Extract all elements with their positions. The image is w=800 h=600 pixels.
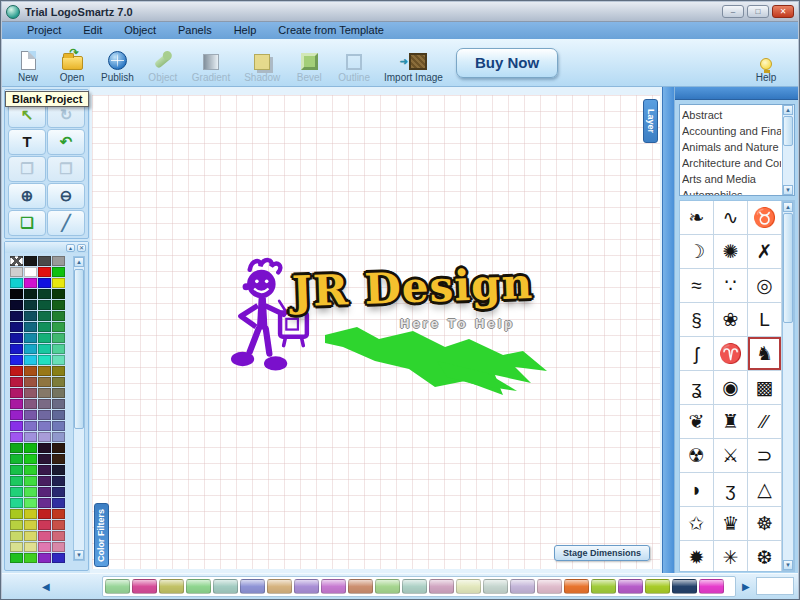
color-swatch[interactable]: [10, 333, 23, 343]
color-swatch[interactable]: [52, 322, 65, 332]
color-swatch[interactable]: [24, 432, 37, 442]
color-swatch[interactable]: [38, 542, 51, 552]
scroll-thumb[interactable]: [783, 213, 793, 323]
line-tool[interactable]: ╱: [47, 210, 85, 236]
buy-now-button[interactable]: Buy Now: [456, 48, 558, 78]
open-button[interactable]: Open: [50, 41, 94, 85]
color-swatch[interactable]: [24, 410, 37, 420]
symbol-spiral-swirl[interactable]: ʒ: [714, 473, 748, 507]
maximize-button[interactable]: □: [747, 5, 769, 18]
symbol-flower-blossom[interactable]: ❀: [714, 303, 748, 337]
close-panel-icon[interactable]: ✕: [77, 244, 86, 252]
style-swatch[interactable]: [591, 579, 616, 594]
scroll-up-icon[interactable]: ▲: [74, 257, 84, 267]
category-item[interactable]: Animals and Nature: [682, 139, 781, 155]
symbol-swirl-bird[interactable]: ☽: [680, 235, 714, 269]
color-swatch[interactable]: [52, 509, 65, 519]
style-swatch[interactable]: [510, 579, 535, 594]
color-swatch[interactable]: [52, 377, 65, 387]
color-swatch[interactable]: [52, 443, 65, 453]
symbol-crossed-figures[interactable]: ⚔: [714, 439, 748, 473]
color-swatch[interactable]: [24, 355, 37, 365]
color-swatch[interactable]: [38, 300, 51, 310]
color-swatch[interactable]: [52, 421, 65, 431]
category-item[interactable]: Accounting and Finan: [682, 123, 781, 139]
symbol-dragon[interactable]: ʓ: [680, 371, 714, 405]
color-swatch[interactable]: [38, 399, 51, 409]
color-swatch[interactable]: [38, 531, 51, 541]
color-swatch[interactable]: [38, 432, 51, 442]
color-swatch[interactable]: [10, 278, 23, 288]
symbol-pyramid-outline[interactable]: △: [748, 473, 782, 507]
color-swatch[interactable]: [24, 366, 37, 376]
color-swatch[interactable]: [52, 476, 65, 486]
menu-panels[interactable]: Panels: [167, 22, 223, 39]
color-swatch[interactable]: [52, 333, 65, 343]
color-swatch[interactable]: [10, 454, 23, 464]
symbol-wave-hands[interactable]: ≈: [680, 269, 714, 303]
new-button[interactable]: New: [6, 41, 50, 85]
color-swatch[interactable]: [10, 509, 23, 519]
color-swatch[interactable]: [38, 366, 51, 376]
symbol-star-badge[interactable]: ✩: [680, 507, 714, 541]
color-swatch[interactable]: [38, 465, 51, 475]
color-swatch[interactable]: [38, 410, 51, 420]
color-swatch[interactable]: [38, 355, 51, 365]
symbol-diagonal-stripes[interactable]: ∕∕: [748, 405, 782, 439]
paste-tool[interactable]: ❒: [47, 156, 85, 182]
duplicate-tool[interactable]: ❏: [8, 210, 46, 236]
color-swatch[interactable]: [10, 553, 23, 563]
color-swatch[interactable]: [24, 267, 37, 277]
scroll-down-icon[interactable]: ▼: [783, 185, 793, 195]
color-swatch[interactable]: [10, 289, 23, 299]
style-swatch[interactable]: [159, 579, 184, 594]
symbol-leaf-branch[interactable]: ❦: [680, 405, 714, 439]
color-swatch[interactable]: [38, 476, 51, 486]
color-swatch[interactable]: [24, 256, 37, 266]
symbol-leaf-cluster[interactable]: ❧: [680, 201, 714, 235]
color-swatch[interactable]: [24, 377, 37, 387]
symbol-pillar[interactable]: ♜: [714, 405, 748, 439]
category-item[interactable]: Architecture and Cons: [682, 155, 781, 171]
symbol-trophy[interactable]: ♛: [714, 507, 748, 541]
copy-tool[interactable]: ❐: [8, 156, 46, 182]
style-swatch[interactable]: [699, 579, 724, 594]
layer-tab[interactable]: Layer: [643, 99, 658, 143]
category-item[interactable]: Arts and Media: [682, 171, 781, 187]
symbol-boot[interactable]: L: [748, 303, 782, 337]
color-swatch[interactable]: [10, 465, 23, 475]
color-swatch[interactable]: [10, 542, 23, 552]
color-swatch[interactable]: [10, 311, 23, 321]
color-swatch[interactable]: [38, 322, 51, 332]
style-swatch[interactable]: [186, 579, 211, 594]
style-swatch[interactable]: [375, 579, 400, 594]
category-item[interactable]: Abstract: [682, 107, 781, 123]
color-swatch[interactable]: [10, 267, 23, 277]
color-swatch[interactable]: [38, 256, 51, 266]
color-swatch[interactable]: [10, 399, 23, 409]
publish-button[interactable]: Publish: [94, 41, 141, 85]
color-swatch[interactable]: [10, 366, 23, 376]
color-swatch[interactable]: [52, 410, 65, 420]
import-image-button[interactable]: Import Image: [377, 41, 450, 85]
scroll-down-icon[interactable]: ▼: [783, 560, 793, 570]
symbol-spiral-medallion[interactable]: ◉: [714, 371, 748, 405]
color-swatch[interactable]: [10, 300, 23, 310]
zoom-in-tool[interactable]: ⊕: [8, 183, 46, 209]
color-swatch[interactable]: [10, 498, 23, 508]
menu-object[interactable]: Object: [113, 22, 167, 39]
stage-dimensions-button[interactable]: Stage Dimensions: [554, 545, 650, 561]
symbol-flame-wisp[interactable]: ʃ: [680, 337, 714, 371]
menu-edit[interactable]: Edit: [72, 22, 113, 39]
symbol-seahorse[interactable]: §: [680, 303, 714, 337]
color-swatch[interactable]: [24, 311, 37, 321]
color-swatch[interactable]: [52, 531, 65, 541]
symbol-person-figure[interactable]: ✗: [748, 235, 782, 269]
color-swatch[interactable]: [24, 399, 37, 409]
color-swatch[interactable]: [52, 399, 65, 409]
symbol-checkered-diamond[interactable]: ▩: [748, 371, 782, 405]
color-swatch[interactable]: [38, 553, 51, 563]
color-swatch[interactable]: [10, 443, 23, 453]
color-swatch[interactable]: [24, 465, 37, 475]
style-swatch[interactable]: [618, 579, 643, 594]
